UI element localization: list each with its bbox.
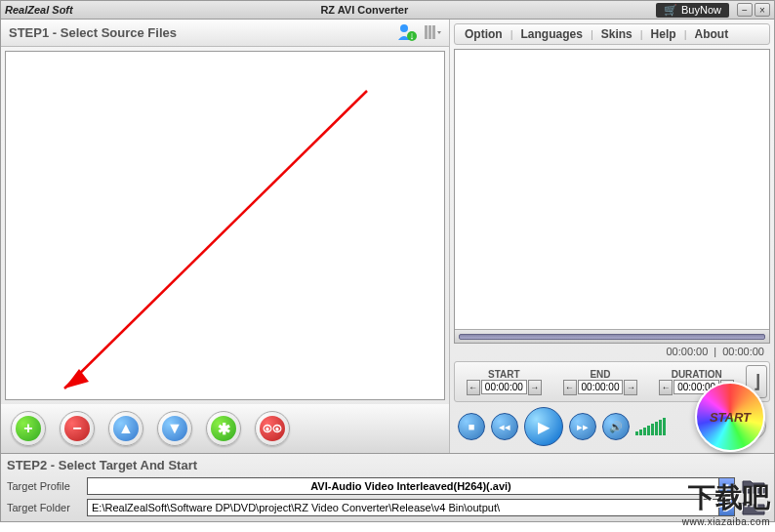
step1-title: STEP1 - Select Source Files [9,25,177,40]
time-display: 00:00:00 | 00:00:00 [454,344,770,359]
seek-bar[interactable] [455,329,769,343]
target-profile-label: Target Profile [7,480,83,492]
start-button-label: START [710,410,751,425]
start-convert-button[interactable]: START [695,382,765,452]
trim-duration-label: DURATION [672,369,722,380]
target-folder-label: Target Folder [7,502,83,513]
play-button[interactable]: ▶ [524,407,563,446]
video-preview [454,49,770,344]
target-profile-combo[interactable]: AVI-Audio Video Interleaved(H264)(.avi) … [87,477,735,495]
target-folder-row: Target Folder E:\RealZealSoft\Software D… [7,498,768,517]
annotation-arrow [6,52,455,403]
time-total: 00:00:00 [722,346,764,357]
target-folder-value: E:\RealZealSoft\Software DP\DVD\project\… [92,502,500,513]
menu-help[interactable]: Help [647,27,680,41]
menu-bar: Option| Languages| Skins| Help| About [454,23,770,45]
end-prev-button[interactable]: ← [563,380,577,395]
cart-icon: 🛒 [664,4,677,17]
svg-rect-4 [428,25,431,39]
step2-panel: STEP2 - Select Target And Start Target P… [0,454,775,522]
close-button[interactable]: × [755,3,770,17]
next-button[interactable]: ▸▸ [569,413,596,440]
trim-start-label: START [488,369,520,380]
app-title: RZ AVI Converter [73,4,656,16]
menu-skins[interactable]: Skins [597,27,636,41]
brand-label: RealZeal Soft [5,4,73,16]
buy-now-label: BuyNow [681,4,721,16]
title-bar: RealZeal Soft RZ AVI Converter 🛒 BuyNow … [0,0,775,20]
svg-rect-3 [425,25,428,39]
volume-indicator[interactable] [635,418,666,435]
svg-text:↓: ↓ [409,29,415,41]
columns-icon[interactable] [424,23,441,43]
end-next-button[interactable]: → [624,380,637,395]
profile-dropdown-button[interactable]: ▼ [718,478,734,494]
target-profile-row: Target Profile AVI-Audio Video Interleav… [7,476,768,496]
add-file-button[interactable]: + [11,411,46,446]
trim-start-value[interactable]: 00:00:00 [481,380,527,394]
remove-file-button[interactable]: − [60,411,95,446]
trim-end-label: END [590,369,610,380]
menu-option[interactable]: Option [461,27,507,41]
step1-header: STEP1 - Select Source Files ↓ [1,20,449,47]
move-up-button[interactable]: ▲ [108,411,143,446]
folder-browse-button[interactable] [739,498,768,517]
prev-button[interactable]: ◂◂ [491,413,518,440]
effects-button[interactable]: ⦿⦿ [255,411,290,446]
target-folder-combo[interactable]: E:\RealZealSoft\Software DP\DVD\project\… [87,499,735,516]
profile-browse-button[interactable] [739,476,768,496]
folder-dropdown-button[interactable]: ▼ [718,500,734,515]
stop-button[interactable]: ■ [458,413,485,440]
trim-start: START ← 00:00:00 → [457,369,551,395]
left-pane: STEP1 - Select Source Files ↓ + − ▲ ▼ ✱ … [1,20,450,453]
target-profile-value: AVI-Audio Video Interleaved(H264)(.avi) [310,480,511,492]
source-file-list[interactable] [5,51,445,400]
menu-languages[interactable]: Languages [517,27,587,41]
buy-now-button[interactable]: 🛒 BuyNow [656,3,729,18]
move-down-button[interactable]: ▼ [157,411,192,446]
minimize-button[interactable]: − [737,3,753,17]
svg-marker-7 [64,369,89,389]
dur-prev-button[interactable]: ← [659,380,673,395]
settings-button[interactable]: ✱ [206,411,241,446]
svg-line-6 [64,91,367,389]
trim-end: END ← 00:00:00 → [553,369,648,395]
window-controls: − × [737,3,770,17]
menu-about[interactable]: About [690,27,732,41]
start-prev-button[interactable]: ← [467,380,480,395]
app-body: STEP1 - Select Source Files ↓ + − ▲ ▼ ✱ … [0,20,775,454]
svg-rect-5 [432,25,435,39]
user-add-icon[interactable]: ↓ [396,22,418,44]
trim-end-value[interactable]: 00:00:00 [578,380,624,394]
file-toolbar: + − ▲ ▼ ✱ ⦿⦿ [1,404,449,453]
time-elapsed: 00:00:00 [666,346,708,357]
mute-button[interactable]: 🔊 [602,413,630,440]
step1-header-icons: ↓ [396,22,441,44]
start-next-button[interactable]: → [528,380,542,395]
svg-point-0 [400,24,408,32]
step2-title: STEP2 - Select Target And Start [7,456,768,474]
